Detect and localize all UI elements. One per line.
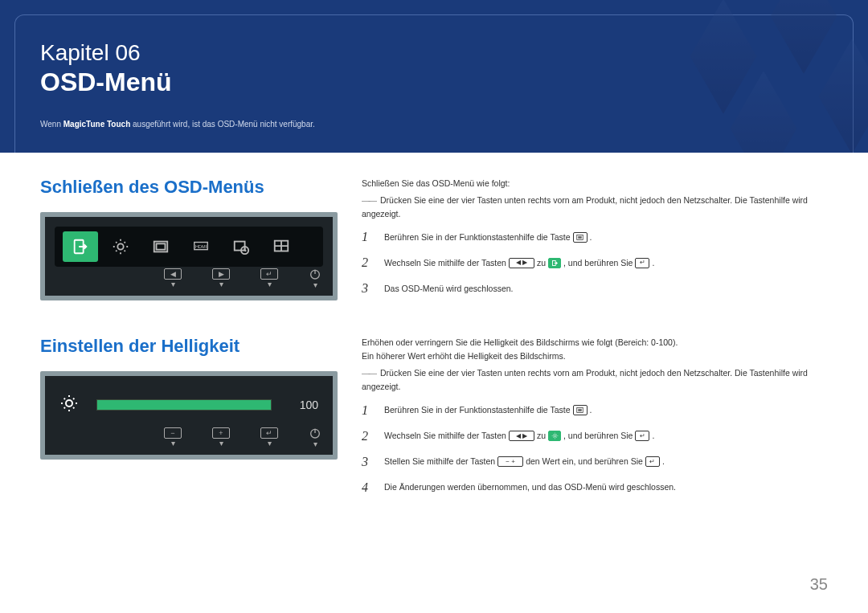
brightness-icon — [59, 394, 82, 416]
page-number: 35 — [810, 575, 828, 594]
note-bold: MagicTune Touch — [63, 120, 131, 129]
section-brightness: Einstellen der Helligkeit 100 −▾ +▾ ↵▾ ▾ — [40, 336, 828, 505]
plus-control: +▾ — [212, 427, 230, 447]
intro-text-2: Ein höherer Wert erhöht die Helligkeit d… — [362, 349, 828, 363]
osd-control-row: ◀▾ ▶▾ ↵▾ ▾ — [164, 268, 321, 289]
enter-control: ↵▾ — [260, 268, 278, 288]
svg-rect-6 — [235, 242, 245, 251]
step-text: Die Änderungen werden übernommen, und da… — [384, 481, 676, 494]
step: 1Berühren Sie in der Funktionstastenhilf… — [362, 230, 828, 244]
svg-text:HDMI: HDMI — [195, 244, 207, 249]
step-number: 3 — [362, 281, 373, 296]
header-text: Kapitel 06 OSD-Menü Wenn MagicTune Touch… — [40, 40, 315, 129]
svg-point-15 — [66, 400, 72, 407]
step-number: 1 — [362, 403, 373, 418]
step-text: Das OSD-Menü wird geschlossen. — [384, 283, 513, 296]
step-text: Wechseln Sie mithilfe der Tasten ◀ ▶ zu … — [384, 257, 654, 270]
enter-control: ↵▾ — [260, 427, 278, 447]
note-prefix: Wenn — [40, 120, 63, 129]
aspect-icon — [143, 231, 178, 262]
svg-rect-3 — [157, 243, 166, 249]
step: 2Wechseln Sie mithilfe der Tasten ◀ ▶ zu… — [362, 429, 828, 443]
left-column: Einstellen der Helligkeit 100 −▾ +▾ ↵▾ ▾ — [40, 336, 338, 505]
minus-plus-icon: − + — [497, 456, 523, 467]
right-control: ▶▾ — [212, 268, 230, 288]
power-control: ▾ — [309, 268, 321, 289]
brightness-slider-row: 100 — [59, 394, 318, 416]
step-text: Berühren Sie in der Funktionstastenhilfe… — [384, 231, 592, 244]
note-suffix: ausgeführt wird, ist das OSD-Menü nicht … — [130, 120, 315, 129]
step-number: 4 — [362, 480, 373, 495]
right-column: Schließen Sie das OSD-Menü wie folgt: Dr… — [362, 177, 828, 307]
osd-control-row: −▾ +▾ ↵▾ ▾ — [164, 427, 321, 448]
svg-point-21 — [554, 435, 556, 437]
left-right-icon: ◀ ▶ — [509, 431, 534, 441]
svg-point-1 — [117, 243, 123, 249]
header-note: Wenn MagicTune Touch ausgeführt wird, is… — [40, 120, 315, 129]
section-title: Einstellen der Helligkeit — [40, 336, 338, 357]
slider-value: 100 — [286, 398, 318, 411]
brightness-icon — [548, 431, 561, 441]
step-number: 3 — [362, 455, 373, 469]
section-close-osd: Schließen des OSD-Menüs HDMI ◀▾ ▶▾ ↵▾ — [40, 177, 828, 307]
step: 1Berühren Sie in der Funktionstastenhilf… — [362, 403, 828, 418]
osd-icon-row: HDMI — [55, 227, 323, 267]
step-text: Wechseln Sie mithilfe der Tasten ◀ ▶ zu … — [384, 430, 654, 443]
menu-icon — [573, 232, 588, 243]
page-title: OSD-Menü — [40, 67, 315, 97]
left-right-icon: ◀ ▶ — [509, 258, 534, 268]
enter-icon: ↵ — [635, 258, 649, 268]
step-number: 2 — [362, 255, 373, 270]
step-number: 1 — [362, 230, 373, 244]
slider-track — [96, 399, 272, 411]
step: 4Die Änderungen werden übernommen, und d… — [362, 480, 828, 495]
pip-icon — [264, 231, 299, 262]
exit-icon — [63, 231, 98, 262]
enter-icon: ↵ — [635, 431, 649, 441]
slider-fill — [97, 400, 271, 410]
osd-illustration-brightness: 100 −▾ +▾ ↵▾ ▾ — [40, 371, 338, 460]
osd-illustration-close: HDMI ◀▾ ▶▾ ↵▾ ▾ — [40, 212, 338, 300]
exit-icon — [548, 258, 561, 268]
step: 3Das OSD-Menü wird geschlossen. — [362, 281, 828, 296]
step: 2Wechseln Sie mithilfe der Tasten ◀ ▶ zu… — [362, 255, 828, 270]
steps-list-2: 1Berühren Sie in der Funktionstastenhilf… — [362, 403, 828, 495]
power-control: ▾ — [309, 427, 321, 448]
dash-note: Drücken Sie eine der vier Tasten unten r… — [362, 366, 828, 394]
decorative-cubes — [595, 0, 868, 153]
left-control: ◀▾ — [164, 268, 182, 288]
steps-list-1: 1Berühren Sie in der Funktionstastenhilf… — [362, 230, 828, 296]
section-title: Schließen des OSD-Menüs — [40, 177, 338, 198]
step-text: Stellen Sie mithilfe der Tasten − + den … — [384, 456, 665, 468]
step-number: 2 — [362, 429, 373, 443]
minus-control: −▾ — [164, 427, 182, 447]
enter-icon: ↵ — [645, 456, 660, 467]
header-background: Kapitel 06 OSD-Menü Wenn MagicTune Touch… — [0, 0, 868, 153]
menu-icon — [573, 405, 588, 415]
right-column: Erhöhen oder verringern Sie die Helligke… — [362, 336, 828, 505]
step-text: Berühren Sie in der Funktionstastenhilfe… — [384, 404, 592, 417]
intro-text: Erhöhen oder verringern Sie die Helligke… — [362, 336, 828, 349]
brightness-icon — [103, 231, 138, 262]
intro-text: Schließen Sie das OSD-Menü wie folgt: — [362, 177, 828, 190]
left-column: Schließen des OSD-Menüs HDMI ◀▾ ▶▾ ↵▾ — [40, 177, 338, 307]
chapter-label: Kapitel 06 — [40, 40, 315, 66]
timer-icon — [223, 231, 259, 262]
hdmi-icon: HDMI — [183, 231, 219, 262]
dash-note: Drücken Sie eine der vier Tasten unten r… — [362, 194, 828, 221]
step: 3Stellen Sie mithilfe der Tasten − + den… — [362, 455, 828, 469]
content-area: Schließen des OSD-Menüs HDMI ◀▾ ▶▾ ↵▾ — [40, 177, 828, 535]
